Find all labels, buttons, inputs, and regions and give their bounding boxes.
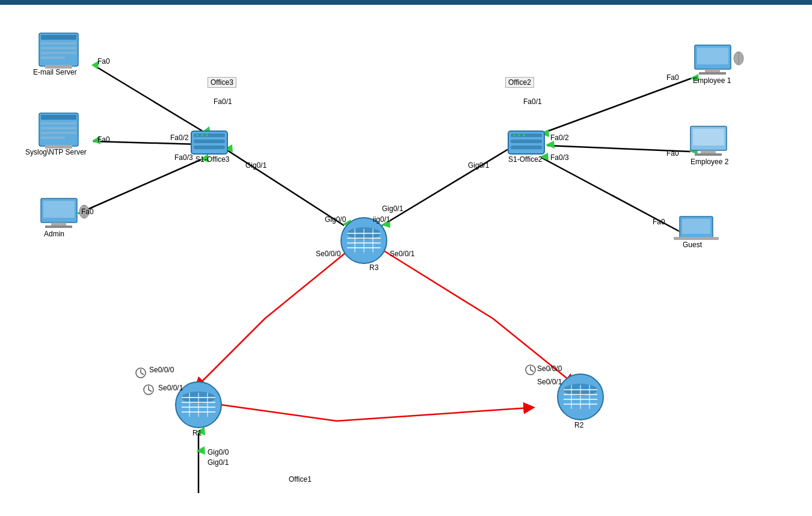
svg-line-110: [149, 390, 152, 392]
s1o2-fa01-label: Fa0/1: [523, 97, 542, 106]
r2-label: R2: [574, 421, 583, 429]
r3-label: R3: [369, 263, 378, 272]
admin-label: Admin: [44, 230, 64, 238]
svg-rect-87: [43, 201, 75, 218]
svg-rect-74: [41, 42, 76, 45]
office1-label: Office1: [289, 475, 312, 484]
svg-line-8: [541, 78, 692, 134]
iig01-label: iig0/1: [373, 215, 390, 224]
email-fa0-label: Fa0: [97, 57, 110, 66]
svg-line-6: [226, 149, 344, 226]
employee1-label: Employee 1: [693, 76, 731, 85]
svg-line-7: [382, 149, 508, 226]
r1-se000-label: Se0/0/0: [149, 366, 174, 374]
r3-se001-label: Se0/0/1: [390, 250, 414, 258]
s1o3-gig01-label: Gig0/1: [245, 161, 266, 170]
svg-rect-89: [45, 226, 72, 228]
svg-rect-81: [41, 122, 76, 124]
svg-rect-82: [41, 127, 76, 129]
svg-rect-99: [693, 129, 724, 146]
s1o3-fa03-label: Fa0/3: [174, 153, 193, 162]
s1o2-gig01-label: Gig0/1: [468, 161, 489, 170]
svg-rect-101: [695, 153, 722, 156]
s1o3-fa01-label: Fa0/1: [214, 97, 232, 106]
svg-point-70: [518, 134, 520, 137]
svg-marker-30: [196, 446, 205, 455]
svg-point-71: [523, 134, 525, 137]
svg-rect-76: [41, 52, 76, 54]
admin-fa0-label: Fa0: [81, 207, 94, 216]
svg-line-12: [162, 99, 205, 131]
svg-point-69: [513, 134, 515, 137]
svg-rect-84: [41, 137, 65, 139]
r1-gig01-label: Gig0/1: [208, 458, 229, 467]
office3-label: Office3: [208, 77, 236, 88]
svg-rect-60: [194, 140, 225, 143]
r3-se000-label: Se0/0/0: [316, 250, 340, 258]
r2-se001-label: Se0/0/1: [537, 378, 562, 386]
svg-rect-67: [511, 140, 542, 143]
network-diagram: [0, 0, 812, 516]
syslog-fa0-label: Fa0: [97, 135, 110, 144]
r1-label: R1: [192, 429, 201, 437]
svg-point-62: [196, 134, 198, 137]
s1o3-fa02-label: Fa0/2: [170, 134, 189, 142]
employee2-label: Employee 2: [691, 158, 728, 166]
s1o2-fa03-label: Fa0/3: [550, 153, 569, 162]
svg-rect-80: [41, 115, 76, 120]
guest-label: Guest: [683, 241, 702, 249]
r1-se001-label: Se0/0/1: [158, 384, 183, 392]
svg-rect-103: [682, 219, 710, 234]
s1-office2-label: S1-Office2: [508, 155, 542, 164]
r2-se000-label: Se0/0/0: [537, 364, 562, 373]
svg-rect-77: [41, 57, 65, 59]
svg-line-107: [141, 373, 144, 375]
svg-rect-61: [194, 146, 225, 149]
svg-rect-75: [41, 47, 76, 49]
svg-point-63: [201, 134, 203, 137]
syslog-server-label: Syslog\NTP Server: [25, 148, 87, 156]
s1o2-fa02-label: Fa0/2: [550, 134, 569, 142]
s1-office3-label: S1-Office3: [195, 155, 229, 164]
svg-rect-104: [674, 237, 719, 240]
svg-rect-83: [41, 132, 76, 134]
r3-gig00-label: Gig0/0: [325, 215, 346, 224]
svg-point-64: [206, 134, 208, 137]
svg-rect-68: [511, 146, 542, 149]
svg-line-113: [531, 370, 534, 372]
svg-rect-93: [697, 48, 728, 64]
svg-rect-95: [699, 72, 726, 75]
svg-rect-73: [41, 35, 76, 40]
office2-label: Office2: [505, 77, 534, 88]
r1-gig00-label: Gig0/0: [208, 448, 229, 456]
guest-fa0-label: Fa0: [653, 218, 665, 226]
svg-line-5: [78, 159, 201, 213]
email-server-label: E-mail Server: [33, 68, 77, 76]
svg-line-3: [93, 65, 205, 132]
r3-gig01-right-label: Gig0/1: [382, 204, 403, 213]
emp2-fa0-label: Fa0: [666, 149, 679, 158]
emp1-fa0-label: Fa0: [666, 73, 679, 82]
